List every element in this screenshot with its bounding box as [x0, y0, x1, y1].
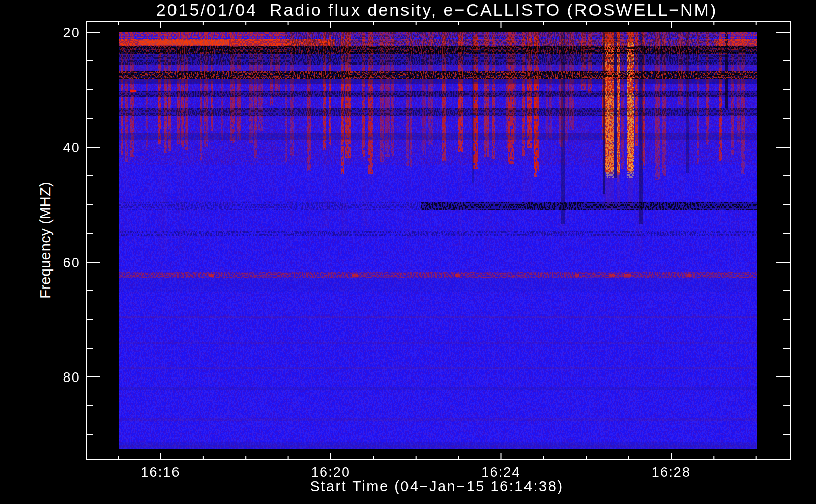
- svg-text:16:20: 16:20: [311, 465, 351, 480]
- svg-text:16:24: 16:24: [481, 465, 521, 480]
- svg-text:80: 80: [63, 370, 80, 385]
- svg-text:40: 40: [63, 140, 80, 155]
- svg-text:60: 60: [63, 255, 80, 270]
- svg-text:Start Time (04−Jan−15 16:14:38: Start Time (04−Jan−15 16:14:38): [310, 478, 563, 494]
- svg-text:20: 20: [63, 25, 80, 40]
- svg-text:16:16: 16:16: [141, 465, 181, 480]
- svg-text:16:28: 16:28: [652, 465, 691, 480]
- svg-text:Frequency (MHZ): Frequency (MHZ): [37, 182, 53, 299]
- svg-text:2015/01/04 Radio flux density: 2015/01/04 Radio flux density, e−CALLIST…: [156, 0, 717, 19]
